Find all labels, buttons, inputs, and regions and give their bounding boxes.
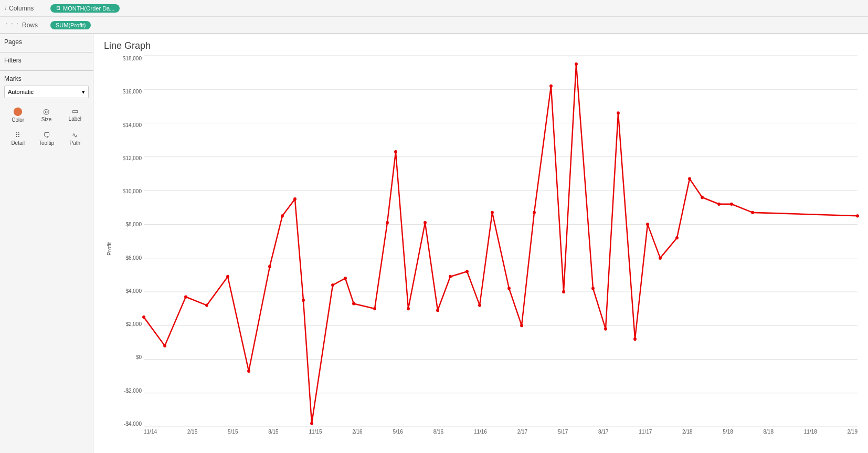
svg-point-49 (688, 177, 691, 180)
svg-point-43 (604, 327, 607, 330)
svg-point-19 (281, 214, 284, 217)
svg-point-13 (163, 344, 166, 347)
y-tick-10000: $10,000 (123, 188, 142, 194)
svg-point-21 (302, 299, 305, 302)
svg-point-34 (478, 303, 481, 307)
svg-point-39 (549, 85, 553, 88)
y-axis: $18,000 $16,000 $14,000 $12,000 $10,000 … (112, 56, 144, 427)
svg-point-52 (730, 203, 733, 206)
rows-icon: ⋮⋮⋮ (4, 22, 20, 28)
y-tick-12000: $12,000 (123, 155, 142, 161)
svg-point-20 (293, 197, 297, 201)
rows-pill[interactable]: SUM(Profit) (50, 21, 91, 29)
pages-section: Pages (0, 34, 93, 52)
x-tick-216: 2/16 (352, 429, 362, 435)
svg-point-16 (226, 275, 229, 278)
y-tick-0: $0 (136, 354, 142, 360)
marks-type-dropdown[interactable]: Automatic ▾ (4, 86, 89, 98)
path-label: Path (70, 140, 81, 146)
svg-point-33 (465, 270, 469, 273)
y-axis-label: Profit (104, 56, 112, 443)
size-label: Size (41, 117, 51, 122)
rows-label: Rows (22, 22, 38, 29)
marks-detail[interactable]: ⠿ Detail (4, 128, 31, 150)
x-tick-217: 2/17 (517, 429, 527, 435)
y-tick-neg4000: -$4,000 (124, 421, 142, 427)
x-tick-218: 2/18 (682, 429, 692, 435)
y-tick-4000: $4,000 (125, 288, 142, 294)
chart-inner: $18,000 $16,000 $14,000 $12,000 $10,000 … (112, 56, 858, 443)
x-tick-1116: 11/16 (474, 429, 487, 435)
x-tick-219: 2/19 (848, 429, 858, 435)
svg-point-36 (507, 287, 511, 290)
x-tick-516: 5/16 (393, 429, 403, 435)
detail-label: Detail (11, 140, 25, 146)
svg-point-54 (856, 214, 859, 217)
chevron-down-icon: ▾ (82, 89, 85, 96)
marks-section: Marks Automatic ▾ ⬤ Color ◎ Size ▭ Label (0, 71, 93, 154)
y-tick-6000: $6,000 (125, 255, 142, 261)
label-icon: ▭ (72, 107, 78, 115)
svg-point-37 (520, 324, 523, 327)
x-tick-518: 5/18 (723, 429, 733, 435)
marks-label[interactable]: ▭ Label (61, 102, 89, 127)
svg-point-44 (617, 111, 620, 114)
x-tick-215: 2/15 (187, 429, 197, 435)
filters-section: Filters (0, 52, 93, 71)
marks-grid: ⬤ Color ◎ Size ▭ Label ⠿ Detail 🗨 Too (4, 102, 89, 150)
pages-title: Pages (4, 38, 89, 46)
columns-icon: ⫶ (4, 5, 7, 11)
sidebar: Pages Filters Marks Automatic ▾ ⬤ Color … (0, 34, 93, 453)
svg-point-50 (701, 196, 704, 199)
svg-point-40 (562, 290, 565, 293)
path-icon: ∿ (72, 131, 78, 139)
x-tick-517: 5/17 (558, 429, 568, 435)
label-label: Label (69, 116, 81, 122)
x-tick-1115: 11/15 (309, 429, 322, 435)
x-tick-1117: 11/17 (639, 429, 652, 435)
color-label: Color (12, 117, 24, 123)
color-icon: ⬤ (13, 106, 23, 116)
svg-point-32 (449, 275, 452, 278)
y-tick-18000: $18,000 (123, 56, 142, 61)
svg-point-45 (633, 338, 637, 341)
svg-point-27 (386, 221, 389, 224)
y-tick-2000: $2,000 (125, 321, 142, 327)
tooltip-icon: 🗨 (43, 131, 50, 139)
marks-type-label: Automatic (8, 89, 34, 95)
svg-point-14 (184, 295, 187, 298)
chart-area: Line Graph Profit $18,000 $16,000 $14,00… (93, 34, 868, 453)
svg-point-15 (205, 303, 208, 307)
detail-icon: ⠿ (15, 131, 20, 139)
x-tick-816: 8/16 (433, 429, 443, 435)
svg-point-18 (268, 265, 271, 268)
marks-tooltip[interactable]: 🗨 Tooltip (33, 128, 60, 150)
columns-pill[interactable]: 🗓 MONTH(Order Da... (50, 4, 120, 13)
marks-size[interactable]: ◎ Size (33, 102, 60, 127)
x-tick-515: 5/15 (228, 429, 238, 435)
y-tick-8000: $8,000 (125, 222, 142, 227)
line-chart-svg (144, 56, 858, 427)
columns-shelf: ⫶ Columns 🗓 MONTH(Order Da... (0, 0, 868, 17)
rows-shelf: ⋮⋮⋮ Rows SUM(Profit) (0, 17, 868, 34)
svg-point-22 (310, 422, 313, 425)
svg-point-26 (373, 307, 376, 310)
svg-point-53 (751, 211, 754, 214)
filters-title: Filters (4, 57, 89, 64)
svg-point-28 (394, 150, 397, 153)
plot-area (144, 56, 858, 427)
marks-path[interactable]: ∿ Path (61, 128, 89, 150)
svg-point-23 (331, 283, 334, 287)
marks-color[interactable]: ⬤ Color (4, 102, 31, 127)
tooltip-label: Tooltip (39, 140, 54, 146)
svg-point-12 (142, 315, 145, 319)
svg-point-42 (591, 287, 595, 290)
svg-point-38 (533, 211, 536, 214)
y-tick-14000: $14,000 (123, 122, 142, 128)
svg-point-51 (717, 203, 721, 206)
x-tick-1114: 11/14 (144, 429, 157, 435)
svg-point-41 (575, 62, 578, 66)
shelves-bar: ⫶ Columns 🗓 MONTH(Order Da... ⋮⋮⋮ Rows S… (0, 0, 868, 34)
columns-label: Columns (9, 5, 34, 12)
svg-point-31 (436, 309, 439, 312)
